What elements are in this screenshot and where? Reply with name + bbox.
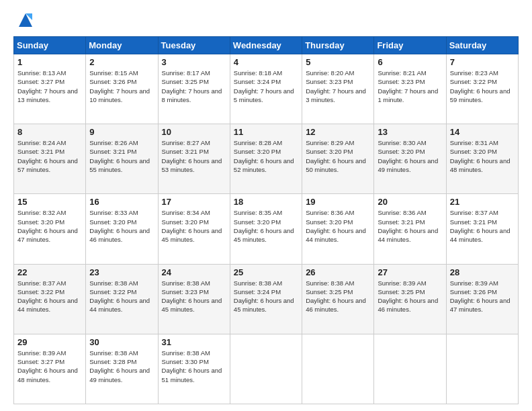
calendar-cell: 22 Sunrise: 8:37 AM Sunset: 3:22 PM Dayl… <box>14 264 86 334</box>
sunset-label: Sunset: 3:23 PM <box>306 78 353 85</box>
calendar-cell: 17 Sunrise: 8:34 AM Sunset: 3:20 PM Dayl… <box>158 194 230 264</box>
sunrise-label: Sunrise: 8:20 AM <box>306 69 354 77</box>
sunset-label: Sunset: 3:27 PM <box>17 358 64 365</box>
sunrise-label: Sunrise: 8:38 AM <box>162 349 210 357</box>
sunrise-label: Sunrise: 8:33 AM <box>89 209 138 216</box>
day-number: 6 <box>378 57 442 67</box>
day-number: 21 <box>450 197 515 207</box>
day-info: Sunrise: 8:30 AM Sunset: 3:20 PM Dayligh… <box>378 138 442 174</box>
day-number: 9 <box>89 127 154 137</box>
daylight-label: Daylight: 6 hours and 46 minutes. <box>89 227 150 243</box>
calendar-cell: 15 Sunrise: 8:32 AM Sunset: 3:20 PM Dayl… <box>14 194 86 264</box>
day-number: 3 <box>162 57 226 67</box>
calendar-dow-friday: Friday <box>374 37 446 54</box>
daylight-label: Daylight: 7 hours and 8 minutes. <box>162 87 222 103</box>
sunset-label: Sunset: 3:20 PM <box>306 218 353 226</box>
sunrise-label: Sunrise: 8:32 AM <box>17 209 66 216</box>
calendar-cell: 9 Sunrise: 8:26 AM Sunset: 3:21 PM Dayli… <box>86 124 158 194</box>
sunrise-label: Sunrise: 8:38 AM <box>162 279 210 287</box>
sunset-label: Sunset: 3:20 PM <box>89 218 136 226</box>
sunset-label: Sunset: 3:27 PM <box>17 78 64 85</box>
calendar-cell: 14 Sunrise: 8:31 AM Sunset: 3:20 PM Dayl… <box>446 124 518 194</box>
sunrise-label: Sunrise: 8:36 AM <box>306 209 354 216</box>
daylight-label: Daylight: 6 hours and 55 minutes. <box>89 157 150 173</box>
calendar-dow-sunday: Sunday <box>14 37 86 54</box>
day-number: 20 <box>378 197 442 207</box>
daylight-label: Daylight: 6 hours and 50 minutes. <box>306 157 366 173</box>
day-number: 24 <box>162 267 226 277</box>
calendar-cell: 24 Sunrise: 8:38 AM Sunset: 3:23 PM Dayl… <box>158 264 230 334</box>
day-number: 7 <box>450 57 515 67</box>
day-number: 31 <box>162 337 226 347</box>
sunset-label: Sunset: 3:23 PM <box>378 78 425 85</box>
day-info: Sunrise: 8:17 AM Sunset: 3:25 PM Dayligh… <box>162 68 226 104</box>
day-info: Sunrise: 8:38 AM Sunset: 3:30 PM Dayligh… <box>162 349 226 384</box>
sunset-label: Sunset: 3:21 PM <box>89 148 136 155</box>
sunset-label: Sunset: 3:22 PM <box>89 288 136 295</box>
calendar-cell <box>374 334 446 404</box>
sunrise-label: Sunrise: 8:18 AM <box>234 69 282 77</box>
day-number: 14 <box>450 127 515 137</box>
day-info: Sunrise: 8:23 AM Sunset: 3:22 PM Dayligh… <box>450 68 515 104</box>
daylight-label: Daylight: 6 hours and 59 minutes. <box>450 87 511 103</box>
sunrise-label: Sunrise: 8:31 AM <box>450 139 498 146</box>
sunrise-label: Sunrise: 8:37 AM <box>450 209 498 216</box>
calendar-header-row: SundayMondayTuesdayWednesdayThursdayFrid… <box>14 37 519 54</box>
sunset-label: Sunset: 3:21 PM <box>378 218 425 226</box>
calendar-cell: 25 Sunrise: 8:38 AM Sunset: 3:24 PM Dayl… <box>230 264 302 334</box>
sunset-label: Sunset: 3:20 PM <box>17 218 64 226</box>
daylight-label: Daylight: 7 hours and 13 minutes. <box>17 87 78 103</box>
day-number: 17 <box>162 197 226 207</box>
day-info: Sunrise: 8:38 AM Sunset: 3:23 PM Dayligh… <box>162 279 226 314</box>
calendar-cell: 1 Sunrise: 8:13 AM Sunset: 3:27 PM Dayli… <box>14 54 86 124</box>
day-info: Sunrise: 8:28 AM Sunset: 3:20 PM Dayligh… <box>234 138 298 174</box>
sunrise-label: Sunrise: 8:30 AM <box>378 139 426 146</box>
daylight-label: Daylight: 6 hours and 44 minutes. <box>17 297 78 313</box>
calendar-week-row: 15 Sunrise: 8:32 AM Sunset: 3:20 PM Dayl… <box>14 194 519 264</box>
sunrise-label: Sunrise: 8:29 AM <box>306 139 354 146</box>
day-number: 5 <box>306 57 370 67</box>
daylight-label: Daylight: 6 hours and 46 minutes. <box>306 297 366 313</box>
calendar-cell: 13 Sunrise: 8:30 AM Sunset: 3:20 PM Dayl… <box>374 124 446 194</box>
daylight-label: Daylight: 6 hours and 44 minutes. <box>306 227 366 243</box>
calendar-cell: 21 Sunrise: 8:37 AM Sunset: 3:21 PM Dayl… <box>446 194 518 264</box>
day-info: Sunrise: 8:38 AM Sunset: 3:22 PM Dayligh… <box>89 279 154 314</box>
sunset-label: Sunset: 3:30 PM <box>162 358 209 365</box>
calendar-cell: 10 Sunrise: 8:27 AM Sunset: 3:21 PM Dayl… <box>158 124 230 194</box>
day-number: 8 <box>17 127 82 137</box>
calendar-cell: 11 Sunrise: 8:28 AM Sunset: 3:20 PM Dayl… <box>230 124 302 194</box>
day-number: 18 <box>234 197 298 207</box>
calendar-cell: 20 Sunrise: 8:36 AM Sunset: 3:21 PM Dayl… <box>374 194 446 264</box>
day-info: Sunrise: 8:29 AM Sunset: 3:20 PM Dayligh… <box>306 138 370 174</box>
calendar-dow-wednesday: Wednesday <box>230 37 302 54</box>
sunset-label: Sunset: 3:20 PM <box>234 218 281 226</box>
day-number: 26 <box>306 267 370 277</box>
daylight-label: Daylight: 6 hours and 48 minutes. <box>17 367 78 383</box>
sunset-label: Sunset: 3:21 PM <box>162 148 209 155</box>
daylight-label: Daylight: 6 hours and 44 minutes. <box>378 227 438 243</box>
day-number: 13 <box>378 127 442 137</box>
logo-icon <box>16 11 35 30</box>
day-info: Sunrise: 8:37 AM Sunset: 3:21 PM Dayligh… <box>450 208 515 244</box>
sunrise-label: Sunrise: 8:39 AM <box>450 279 498 287</box>
calendar-week-row: 8 Sunrise: 8:24 AM Sunset: 3:21 PM Dayli… <box>14 124 519 194</box>
sunrise-label: Sunrise: 8:28 AM <box>234 139 282 146</box>
calendar-cell <box>446 334 518 404</box>
sunset-label: Sunset: 3:24 PM <box>234 288 281 295</box>
sunrise-label: Sunrise: 8:26 AM <box>89 139 138 146</box>
day-number: 1 <box>17 57 82 67</box>
day-info: Sunrise: 8:32 AM Sunset: 3:20 PM Dayligh… <box>17 208 82 244</box>
sunset-label: Sunset: 3:23 PM <box>162 288 209 295</box>
day-number: 25 <box>234 267 298 277</box>
sunset-label: Sunset: 3:22 PM <box>17 288 64 295</box>
sunset-label: Sunset: 3:21 PM <box>450 218 497 226</box>
sunrise-label: Sunrise: 8:23 AM <box>450 69 498 77</box>
sunset-label: Sunset: 3:25 PM <box>378 288 425 295</box>
calendar-cell: 31 Sunrise: 8:38 AM Sunset: 3:30 PM Dayl… <box>158 334 230 404</box>
daylight-label: Daylight: 6 hours and 45 minutes. <box>234 227 294 243</box>
day-number: 19 <box>306 197 370 207</box>
header <box>13 11 519 30</box>
day-info: Sunrise: 8:31 AM Sunset: 3:20 PM Dayligh… <box>450 138 515 174</box>
day-info: Sunrise: 8:33 AM Sunset: 3:20 PM Dayligh… <box>89 208 154 244</box>
day-number: 16 <box>89 197 154 207</box>
